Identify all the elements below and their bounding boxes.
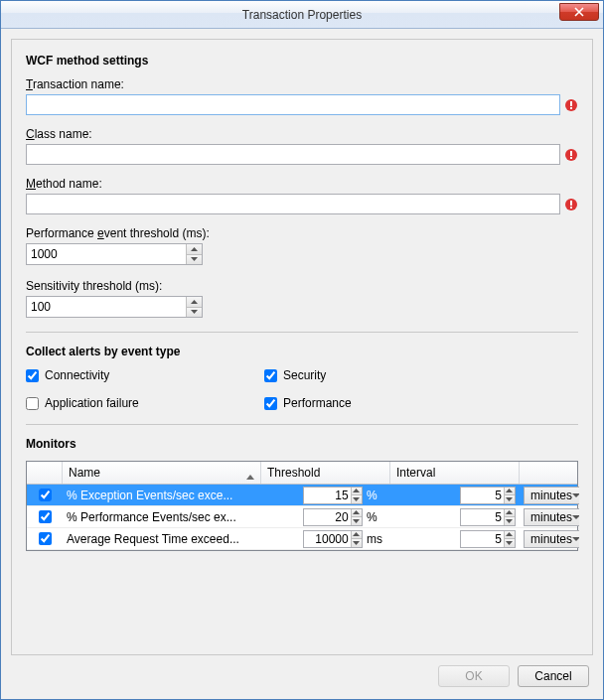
inner-panel: WCF method settings Transaction name: Cl… bbox=[11, 39, 593, 655]
connectivity-checkbox[interactable]: Connectivity bbox=[26, 368, 264, 382]
wcf-heading: WCF method settings bbox=[26, 54, 578, 68]
spinner-down-icon[interactable] bbox=[505, 517, 515, 525]
sensitivity-spinner[interactable] bbox=[26, 296, 203, 318]
table-row[interactable]: % Exception Events/sec exce...%minutes bbox=[27, 485, 577, 506]
spinner-down-icon[interactable] bbox=[352, 517, 362, 525]
sensitivity-label: Sensitivity threshold (ms): bbox=[26, 279, 578, 293]
col-unit[interactable] bbox=[520, 462, 579, 484]
monitors-header[interactable]: Name Threshold Interval bbox=[27, 462, 577, 485]
spinner-up-icon[interactable] bbox=[505, 509, 515, 518]
spinner-down-icon[interactable] bbox=[187, 308, 202, 318]
method-name-input[interactable] bbox=[26, 194, 560, 214]
table-row[interactable]: Average Request Time exceed...msminutes bbox=[27, 528, 577, 550]
threshold-input[interactable] bbox=[304, 509, 351, 525]
monitor-enable-checkbox[interactable] bbox=[39, 489, 52, 501]
interval-spinner[interactable] bbox=[460, 530, 516, 548]
dialog-footer: OK Cancel bbox=[11, 655, 593, 689]
monitor-name: % Performance Events/sec ex... bbox=[63, 506, 261, 527]
titlebar[interactable]: Transaction Properties bbox=[1, 1, 603, 29]
interval-unit-select[interactable]: minutes bbox=[524, 487, 579, 504]
spinner-up-icon[interactable] bbox=[352, 488, 362, 496]
spinner-up-icon[interactable] bbox=[187, 244, 202, 255]
svg-rect-1 bbox=[570, 101, 572, 106]
cancel-button[interactable]: Cancel bbox=[518, 665, 589, 687]
performance-checkbox[interactable]: Performance bbox=[264, 396, 578, 410]
threshold-unit: % bbox=[367, 489, 386, 502]
alerts-heading: Collect alerts by event type bbox=[26, 345, 578, 358]
error-icon bbox=[564, 148, 578, 162]
spinner-down-icon[interactable] bbox=[505, 495, 515, 503]
spinner-down-icon[interactable] bbox=[352, 495, 362, 503]
dialog-body: WCF method settings Transaction name: Cl… bbox=[1, 29, 603, 699]
performance-label: Performance bbox=[283, 396, 352, 410]
threshold-input[interactable] bbox=[304, 488, 351, 503]
interval-spinner[interactable] bbox=[460, 487, 516, 504]
spinner-down-icon[interactable] bbox=[187, 255, 202, 265]
security-chk-input[interactable] bbox=[264, 369, 277, 382]
window-title: Transaction Properties bbox=[1, 8, 603, 22]
monitor-name: Average Request Time exceed... bbox=[63, 528, 261, 549]
spinner-down-icon[interactable] bbox=[505, 539, 515, 547]
interval-input[interactable] bbox=[461, 509, 504, 525]
monitors-table: Name Threshold Interval % Exception Even… bbox=[26, 461, 578, 551]
separator bbox=[26, 332, 578, 333]
connectivity-label: Connectivity bbox=[45, 368, 109, 382]
perf-threshold-spinner[interactable] bbox=[26, 243, 203, 265]
app-failure-checkbox[interactable]: Application failure bbox=[26, 396, 264, 410]
interval-unit-select[interactable]: minutes bbox=[524, 508, 579, 526]
close-button[interactable] bbox=[559, 3, 599, 21]
spinner-up-icon[interactable] bbox=[187, 297, 202, 308]
ok-button[interactable]: OK bbox=[438, 665, 510, 687]
svg-rect-7 bbox=[570, 201, 572, 206]
threshold-spinner[interactable] bbox=[303, 508, 363, 526]
close-icon bbox=[574, 7, 584, 17]
error-icon bbox=[564, 198, 578, 211]
perf-threshold-label: Performance event threshold (ms): bbox=[26, 226, 578, 240]
col-interval[interactable]: Interval bbox=[390, 462, 520, 484]
table-row[interactable]: % Performance Events/sec ex...%minutes bbox=[27, 506, 577, 528]
app-failure-label: Application failure bbox=[45, 396, 139, 410]
sort-asc-icon bbox=[246, 469, 254, 483]
method-name-label: Method name: bbox=[26, 177, 578, 191]
svg-rect-4 bbox=[570, 151, 572, 156]
transaction-name-label: Transaction name: bbox=[26, 77, 578, 91]
class-name-label: Class name: bbox=[26, 127, 578, 141]
monitor-enable-checkbox[interactable] bbox=[39, 532, 52, 545]
threshold-spinner[interactable] bbox=[303, 530, 363, 548]
svg-rect-2 bbox=[570, 107, 572, 109]
connectivity-chk-input[interactable] bbox=[26, 369, 39, 382]
spinner-up-icon[interactable] bbox=[505, 531, 515, 540]
monitor-name: % Exception Events/sec exce... bbox=[63, 485, 261, 505]
svg-rect-8 bbox=[570, 207, 572, 209]
spinner-up-icon[interactable] bbox=[352, 531, 362, 540]
perf-threshold-input[interactable] bbox=[27, 244, 186, 264]
monitor-enable-checkbox[interactable] bbox=[39, 510, 52, 523]
security-checkbox[interactable]: Security bbox=[264, 368, 578, 382]
security-label: Security bbox=[283, 368, 326, 382]
spinner-down-icon[interactable] bbox=[352, 539, 362, 547]
col-threshold[interactable]: Threshold bbox=[261, 462, 390, 484]
interval-spinner[interactable] bbox=[460, 508, 516, 526]
spinner-up-icon[interactable] bbox=[505, 488, 515, 496]
col-name[interactable]: Name bbox=[63, 462, 261, 484]
sensitivity-input[interactable] bbox=[27, 297, 186, 317]
error-icon bbox=[564, 98, 578, 112]
threshold-spinner[interactable] bbox=[303, 487, 363, 504]
threshold-unit: ms bbox=[367, 532, 386, 546]
threshold-input[interactable] bbox=[304, 531, 351, 547]
monitors-heading: Monitors bbox=[26, 437, 578, 451]
interval-unit-select[interactable]: minutes bbox=[524, 530, 579, 548]
transaction-name-input[interactable] bbox=[26, 94, 560, 115]
performance-chk-input[interactable] bbox=[264, 397, 277, 410]
spinner-up-icon[interactable] bbox=[352, 509, 362, 518]
class-name-input[interactable] bbox=[26, 144, 560, 165]
separator bbox=[26, 424, 578, 425]
app-failure-chk-input[interactable] bbox=[26, 397, 39, 410]
svg-rect-5 bbox=[570, 157, 572, 159]
interval-input[interactable] bbox=[461, 488, 504, 503]
col-checkbox[interactable] bbox=[27, 462, 63, 484]
interval-input[interactable] bbox=[461, 531, 504, 547]
threshold-unit: % bbox=[367, 510, 386, 524]
